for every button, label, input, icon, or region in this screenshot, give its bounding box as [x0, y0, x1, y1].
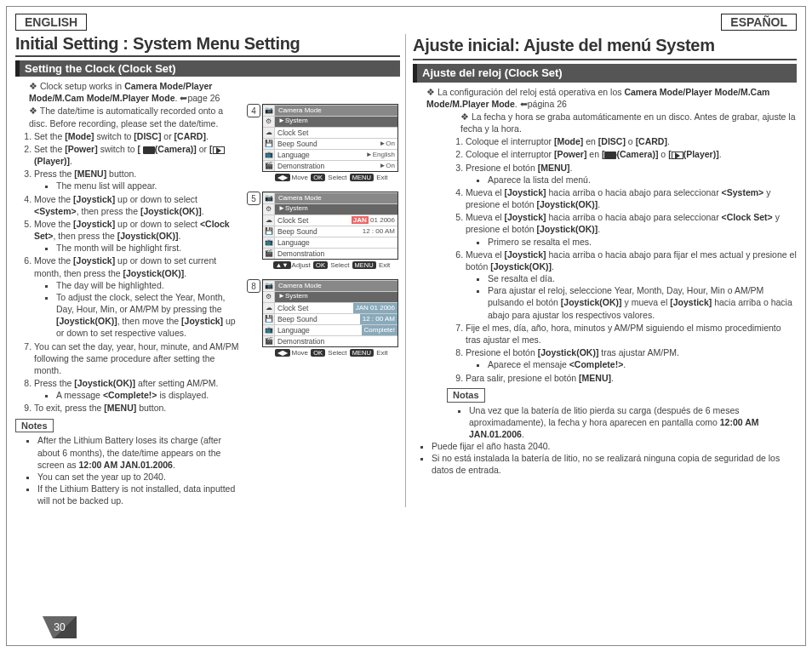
lang-es-badge: ESPAÑOL [721, 14, 797, 31]
note-2-en: You can set the year up to 2040. [37, 471, 243, 483]
notes-heading-es: Notas [447, 388, 485, 403]
lcd-8: 8 📷Camera Mode ⚙►System ☁Clock SetJAN 01… [262, 279, 400, 358]
step-2-es: Coloque el interruptor [Power] en [(Came… [466, 148, 797, 160]
camera-icon [604, 152, 616, 159]
step-6-es: Mueva el [Joystick] hacia arriba o hacia… [466, 249, 797, 321]
note-2-es: Puede fijar el año hasta 2040. [432, 440, 797, 452]
intro-1-es: La configuración del reloj está operativ… [426, 86, 797, 110]
notes-heading-en: Notes [15, 419, 54, 433]
step-9-es: Para salir, presione el botón [MENU]. [466, 372, 797, 384]
step-6-note2-es: Para ajustar el reloj, seleccione Year, … [488, 284, 797, 321]
step-4-es: Mueva el [Joystick] hacia arriba o hacia… [466, 186, 797, 210]
step-5-note-es: Primero se resalta el mes. [488, 236, 797, 248]
step-2-en: Set the [Power] switch to [ (Camera)] or… [34, 143, 243, 167]
step-8-en: Press the [Joystick(OK)] after setting A… [34, 377, 243, 401]
note-1-es: Una vez que la batería de litio pierda s… [469, 404, 797, 441]
step-marker-8: 8 [247, 279, 260, 293]
step-8-note-es: Aparece el mensaje <Complete!>. [488, 358, 797, 370]
note-3-es: Si no está instalada la batería de litio… [432, 452, 797, 476]
step-9-en: To exit, press the [MENU] button. [34, 402, 243, 414]
lcd-screenshots: 4 📷Camera Mode ⚙►System ☁Clock Set 💾Beep… [247, 104, 400, 507]
step-4-en: Move the [Joystick] up or down to select… [34, 193, 243, 217]
step-5-en: Move the [Joystick] up or down to select… [34, 218, 243, 255]
step-marker-5: 5 [247, 192, 260, 205]
step-6-note1-es: Se resalta el día. [488, 272, 797, 284]
step-5-es: Mueva el [Joystick] hacia arriba o hacia… [466, 211, 797, 248]
lcd-5: 5 📷Camera Mode ⚙►System ☁Clock SetJAN 01… [262, 192, 400, 271]
page-number: 30 [43, 616, 77, 638]
step-6-note1-en: The day will be highlighted. [56, 279, 243, 291]
intro-1-en: Clock setup works in Camera Mode/Player … [29, 80, 243, 104]
step-3-note-es: Aparece la lista del menú. [488, 174, 797, 186]
section-heading-es: Ajuste del reloj (Clock Set) [413, 64, 797, 83]
note-3-en: If the Lithium Battery is not installed,… [37, 483, 243, 506]
spanish-column: Ajuste inicial: Ajuste del menú System A… [406, 34, 797, 507]
intro-2-en: The date/time is automatically recorded … [29, 105, 243, 129]
step-3-es: Presione el botón [MENU]. Aparece la lis… [466, 162, 797, 186]
step-7-en: You can set the day, year, hour, minute,… [34, 340, 243, 377]
player-icon [213, 146, 225, 154]
step-5-note-en: The month will be highlight first. [56, 242, 243, 254]
step-1-en: Set the [Mode] switch to [DISC] or [CARD… [34, 130, 243, 142]
page-title-en: Initial Setting : System Menu Setting [15, 34, 400, 57]
step-6-en: Move the [Joystick] up or down to set cu… [34, 255, 243, 339]
lcd-4: 4 📷Camera Mode ⚙►System ☁Clock Set 💾Beep… [262, 104, 400, 183]
step-8-note-en: A message <Complete!> is displayed. [56, 389, 243, 401]
step-8-es: Presione el botón [Joystick(OK)] tras aj… [466, 346, 797, 370]
step-6-note2-en: To adjust the clock, select the Year, Mo… [56, 291, 243, 340]
english-column: Initial Setting : System Menu Setting Se… [15, 34, 406, 507]
note-1-en: After the Lithium Battery loses its char… [37, 434, 243, 471]
step-marker-4: 4 [247, 104, 260, 117]
step-3-note-en: The menu list will appear. [56, 180, 243, 192]
page-title-es: Ajuste inicial: Ajuste del menú System [413, 34, 797, 60]
step-7-es: Fije el mes, día, año, hora, minutos y A… [466, 322, 797, 346]
step-1-es: Coloque el interruptor [Mode] en [DISC] … [466, 135, 797, 147]
camera-icon [143, 146, 155, 154]
player-icon [672, 152, 683, 159]
intro-2-es: La fecha y hora se graba automáticamente… [460, 111, 797, 134]
manual-page: ENGLISH ESPAÑOL Initial Setting : System… [6, 6, 806, 646]
lang-en-badge: ENGLISH [15, 14, 87, 31]
section-heading-en: Setting the Clock (Clock Set) [15, 60, 400, 77]
step-3-en: Press the [MENU] button. The menu list w… [34, 168, 243, 192]
